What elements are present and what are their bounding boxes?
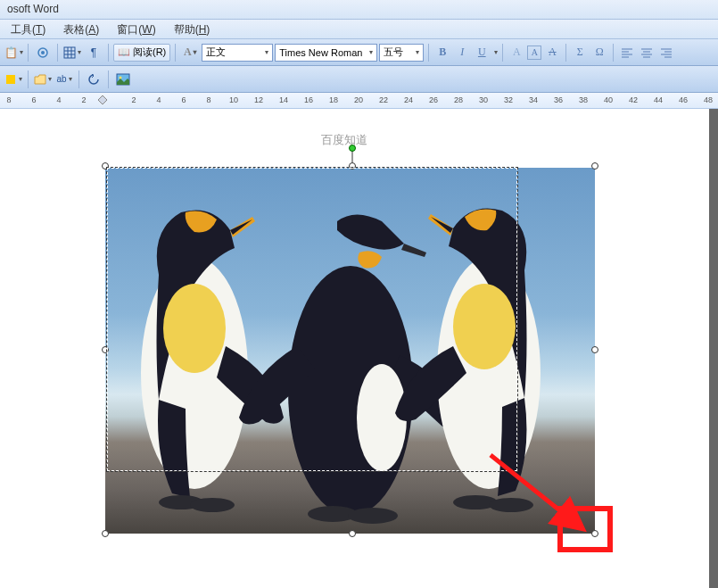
ruler-tick: 40 xyxy=(604,95,613,104)
text-effect-a-button[interactable]: A xyxy=(508,44,525,62)
ruler-tick: 16 xyxy=(304,95,313,104)
handle-br[interactable] xyxy=(591,530,598,537)
menu-bar: 工具(T) 表格(A) 窗口(W) 帮助(H) xyxy=(0,20,718,39)
sum-button[interactable]: Σ xyxy=(571,44,589,62)
underline-button[interactable]: U xyxy=(473,44,491,62)
ruler-tick: 46 xyxy=(679,95,688,104)
toolbar-standard: 📋▾ ▾ ¶ 📖 阅读(R) A▾ 正文 ▾ Times New Roman ▾… xyxy=(0,39,718,66)
ruler-tick: 4 xyxy=(56,95,61,104)
separator xyxy=(428,44,429,62)
link-button[interactable] xyxy=(33,43,53,62)
ruler-tick: 26 xyxy=(429,95,438,104)
menu-window[interactable]: 窗口(W) xyxy=(113,21,159,37)
ruler-tick: 10 xyxy=(229,95,238,104)
char-shading-button[interactable]: A xyxy=(543,44,561,62)
separator xyxy=(565,44,566,62)
font-style-aa-button[interactable]: A▾ xyxy=(180,43,200,62)
rotate-left-button[interactable] xyxy=(84,70,103,89)
handle-mr[interactable] xyxy=(591,346,598,353)
svg-point-33 xyxy=(489,498,533,512)
scrollbar-vertical[interactable] xyxy=(709,109,718,588)
ruler-tick: 2 xyxy=(81,95,86,104)
align-center-button[interactable] xyxy=(638,44,656,62)
svg-point-23 xyxy=(163,284,226,373)
ruler-tick: 14 xyxy=(279,95,288,104)
ruler-tick: 32 xyxy=(504,95,513,104)
ruler-tick: 6 xyxy=(31,95,36,104)
separator xyxy=(108,44,109,62)
book-icon: 📖 xyxy=(118,46,130,58)
read-label: 阅读(R) xyxy=(133,46,166,59)
menu-help[interactable]: 帮助(H) xyxy=(170,21,214,37)
svg-point-25 xyxy=(190,498,235,512)
ruler-tick: 22 xyxy=(379,95,388,104)
menu-table[interactable]: 表格(A) xyxy=(60,21,103,37)
text-direction-button[interactable]: ab ▾ xyxy=(54,70,74,89)
ruler-tick: 42 xyxy=(629,95,638,104)
ruler-tick: 38 xyxy=(579,95,588,104)
align-right-button[interactable] xyxy=(657,44,675,62)
handle-bm[interactable] xyxy=(349,530,356,537)
bold-button[interactable]: B xyxy=(433,44,451,62)
watermark-text: 百度知道 xyxy=(321,132,367,148)
handle-tm[interactable] xyxy=(349,162,356,170)
fontsize-select[interactable]: 五号 ▾ xyxy=(379,44,424,62)
separator xyxy=(28,70,29,88)
char-border-button[interactable]: A xyxy=(527,46,541,60)
svg-point-1 xyxy=(41,51,45,54)
indent-marker[interactable] xyxy=(98,93,107,102)
color-button[interactable]: ▾ xyxy=(4,70,23,89)
separator xyxy=(28,44,29,62)
ruler-tick: 8 xyxy=(6,95,11,104)
ruler-tick: 8 xyxy=(206,95,210,104)
handle-tr[interactable] xyxy=(591,162,598,170)
reading-mode-button[interactable]: 📖 阅读(R) xyxy=(113,44,170,62)
style-select[interactable]: 正文 ▾ xyxy=(202,44,273,62)
toolbar-picture: ▾ ▾ ab ▾ xyxy=(0,66,718,93)
inserted-image[interactable] xyxy=(105,168,595,534)
folder-button[interactable]: ▾ xyxy=(33,70,53,89)
image-button[interactable] xyxy=(113,70,133,89)
ruler-tick: 48 xyxy=(704,95,713,104)
ruler-tick: 24 xyxy=(404,95,413,104)
menu-tools[interactable]: 工具(T) xyxy=(7,21,49,37)
ruler-tick: 44 xyxy=(654,95,663,104)
handle-ml[interactable] xyxy=(102,346,109,353)
svg-point-31 xyxy=(453,284,516,369)
separator xyxy=(108,70,109,88)
ruler-tick: 2 xyxy=(131,95,136,104)
separator xyxy=(613,44,614,62)
penguin-left xyxy=(141,211,284,513)
ruler-tick: 36 xyxy=(554,95,563,104)
omega-button[interactable]: Ω xyxy=(590,44,608,62)
paste-button[interactable]: 📋▾ xyxy=(4,43,23,62)
table-insert-button[interactable]: ▾ xyxy=(62,43,82,62)
handle-tl[interactable] xyxy=(102,162,109,170)
svg-rect-2 xyxy=(64,47,75,58)
svg-rect-19 xyxy=(6,75,15,84)
separator xyxy=(57,44,58,62)
ruler-tick: 28 xyxy=(454,95,463,104)
separator xyxy=(78,70,79,88)
ruler-tick: 18 xyxy=(329,95,338,104)
ruler-tick: 34 xyxy=(529,95,538,104)
italic-button[interactable]: I xyxy=(453,44,471,62)
ruler-tick: 30 xyxy=(479,95,488,104)
ruler-tick: 12 xyxy=(254,95,263,104)
svg-point-29 xyxy=(348,508,398,524)
separator xyxy=(502,44,503,62)
handle-bl[interactable] xyxy=(102,530,109,537)
rotate-handle[interactable] xyxy=(349,145,356,152)
app-title: osoft Word xyxy=(7,3,59,15)
underline-menu[interactable]: ▾ xyxy=(492,48,498,56)
font-select[interactable]: Times New Roman ▾ xyxy=(275,44,377,62)
align-left-button[interactable] xyxy=(618,44,636,62)
show-hide-button[interactable]: ¶ xyxy=(84,43,103,62)
ruler-tick: 4 xyxy=(156,95,161,104)
rotate-stem xyxy=(352,150,353,162)
ruler-tick: 6 xyxy=(181,95,186,104)
separator xyxy=(175,44,176,62)
title-bar: osoft Word xyxy=(0,0,718,20)
ruler-tick: 20 xyxy=(354,95,363,104)
ruler-horizontal[interactable]: 8642246810121416182022242628303234363840… xyxy=(0,93,718,109)
